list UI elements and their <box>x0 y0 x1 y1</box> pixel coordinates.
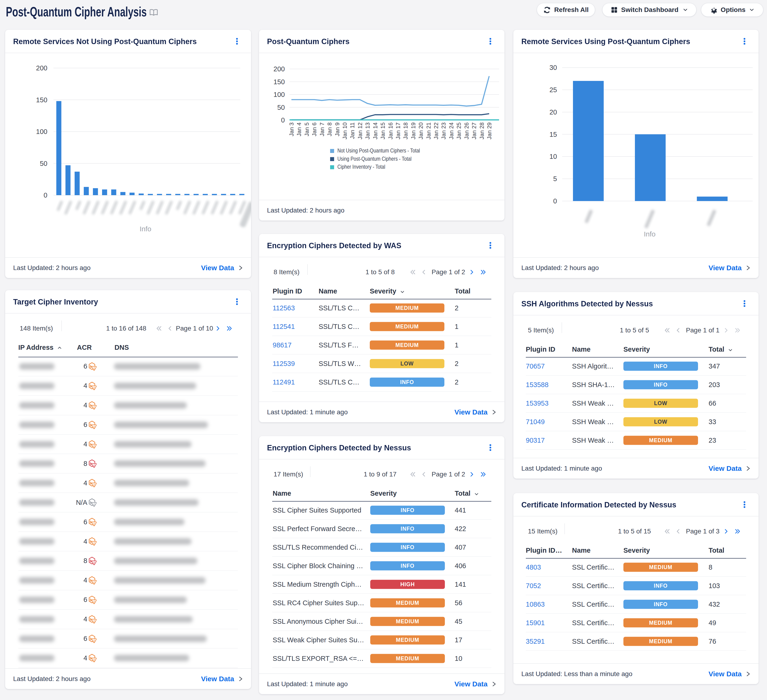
svg-text:0: 0 <box>553 197 557 205</box>
svg-text:150: 150 <box>274 78 285 86</box>
svg-text:Jan 7: Jan 7 <box>319 123 325 136</box>
svg-text:Jan 11: Jan 11 <box>349 123 355 139</box>
svg-text:Jan 8: Jan 8 <box>326 123 333 136</box>
svg-text:Using Post-Quantum Ciphers - T: Using Post-Quantum Ciphers - Total <box>337 156 412 162</box>
svg-text:150: 150 <box>36 96 48 104</box>
svg-text:100: 100 <box>36 128 48 135</box>
svg-text:Jan 26: Jan 26 <box>463 123 470 139</box>
svg-text:Jan 16: Jan 16 <box>387 123 394 139</box>
svg-text:Jan 9: Jan 9 <box>334 123 341 136</box>
svg-text:Cipher Inventory - Total: Cipher Inventory - Total <box>337 164 385 170</box>
svg-text:50: 50 <box>40 160 48 167</box>
svg-text:Jan 12: Jan 12 <box>357 123 363 139</box>
svg-text:Jan 23: Jan 23 <box>441 123 447 139</box>
svg-text:Jan 21: Jan 21 <box>425 123 432 139</box>
svg-text:Jan 3: Jan 3 <box>288 123 295 136</box>
svg-text:Jan 22: Jan 22 <box>433 123 439 139</box>
svg-text:Jan 14: Jan 14 <box>372 123 379 139</box>
svg-text:Jan 5: Jan 5 <box>304 123 310 136</box>
svg-text:0: 0 <box>281 116 285 124</box>
svg-text:Jan 17: Jan 17 <box>395 123 401 139</box>
svg-text:Jan 20: Jan 20 <box>418 123 424 139</box>
svg-text:20: 20 <box>549 108 557 116</box>
svg-text:5: 5 <box>553 175 557 183</box>
svg-text:50: 50 <box>277 104 285 111</box>
svg-text:Jan 29: Jan 29 <box>486 123 492 139</box>
svg-text:Not Using Post-Quantum Ciphers: Not Using Post-Quantum Ciphers - Total <box>337 147 420 154</box>
svg-text:Info: Info <box>140 225 151 233</box>
svg-text:Info: Info <box>644 230 656 238</box>
svg-text:Jan 10: Jan 10 <box>342 123 348 139</box>
svg-text:10: 10 <box>549 153 557 160</box>
svg-text:0: 0 <box>44 191 48 199</box>
svg-text:30: 30 <box>549 64 557 71</box>
svg-text:Jan 24: Jan 24 <box>448 123 455 139</box>
svg-text:25: 25 <box>549 86 557 94</box>
svg-text:Jan 6: Jan 6 <box>311 123 317 136</box>
svg-text:200: 200 <box>36 64 48 72</box>
svg-text:Jan 27: Jan 27 <box>471 123 477 139</box>
svg-text:Jan 13: Jan 13 <box>364 123 371 139</box>
svg-text:Jan 15: Jan 15 <box>380 123 386 139</box>
svg-text:100: 100 <box>274 91 285 98</box>
svg-text:200: 200 <box>274 65 285 73</box>
svg-text:15: 15 <box>549 130 557 138</box>
svg-text:Jan 28: Jan 28 <box>479 123 485 139</box>
svg-text:Jan 19: Jan 19 <box>410 123 417 139</box>
svg-text:Jan 18: Jan 18 <box>403 123 409 139</box>
svg-text:Jan 4: Jan 4 <box>296 123 302 136</box>
svg-text:Jan 25: Jan 25 <box>456 123 462 139</box>
